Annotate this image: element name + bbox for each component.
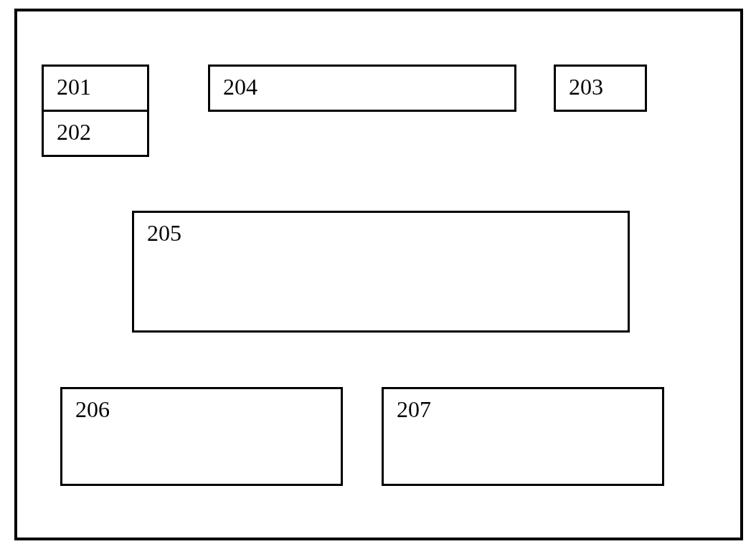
block-203: 203 xyxy=(554,65,647,112)
block-label: 203 xyxy=(569,74,603,100)
block-label: 202 xyxy=(57,119,91,145)
block-label: 207 xyxy=(397,396,431,422)
block-205: 205 xyxy=(132,211,630,333)
block-201: 201 xyxy=(42,65,149,112)
block-202: 202 xyxy=(42,110,149,157)
block-207: 207 xyxy=(382,387,664,486)
diagram-frame: 201 202 204 203 205 206 207 xyxy=(14,9,743,540)
block-label: 204 xyxy=(223,74,257,100)
block-206: 206 xyxy=(60,387,343,486)
block-204: 204 xyxy=(208,65,516,112)
block-label: 206 xyxy=(75,396,110,422)
block-label: 201 xyxy=(57,74,91,100)
block-label: 205 xyxy=(147,220,181,246)
